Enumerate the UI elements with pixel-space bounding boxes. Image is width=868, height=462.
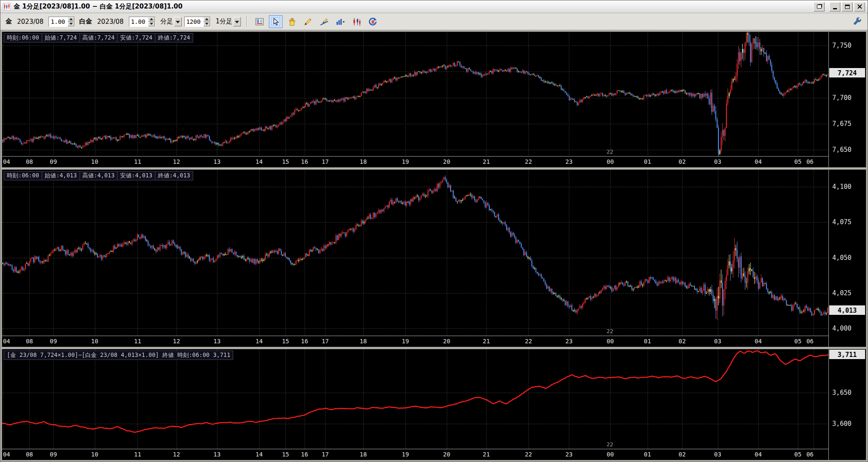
chart-window: 金 1分足[2023/08]1.00 − 白金 1分足[2023/08]1.00… xyxy=(0,0,868,462)
gold-ratio-down-button[interactable] xyxy=(68,22,74,26)
app-icon xyxy=(3,3,11,11)
close-icon xyxy=(857,4,862,9)
bar-count-up-button[interactable] xyxy=(203,17,210,22)
pan-hand-icon xyxy=(287,17,297,26)
bar-style-button[interactable] xyxy=(334,15,347,28)
time-tick-label: 01 xyxy=(644,338,651,345)
time-tick-label: 05 xyxy=(794,338,802,345)
platinum-ratio-down-button[interactable] xyxy=(148,22,155,26)
time-tick-label: 23 xyxy=(565,338,573,345)
price-tick-label: 7,700 xyxy=(832,94,851,102)
settings-wrench-button[interactable] xyxy=(851,15,864,28)
time-tick-label: 08 xyxy=(26,338,33,345)
minimize-button[interactable] xyxy=(829,2,840,11)
time-tick-label: 19 xyxy=(402,158,409,165)
bar-type-combo[interactable]: 分足 xyxy=(158,16,182,27)
toolbar: 金 2023/08 1.00 白金 2023/08 1.00 分足 1200 xyxy=(0,13,868,30)
trendline-icon xyxy=(320,17,329,26)
spread-chart-area: [金 23/08 7,724×1.00]−[白金 23/08 4,013×1.0… xyxy=(2,349,828,449)
trendline-tool-button[interactable] xyxy=(317,15,331,28)
bar-type-dropdown-icon[interactable] xyxy=(174,17,182,26)
chart-info-segment: 高値:4,013 xyxy=(80,171,118,180)
time-tick-label: 13 xyxy=(213,338,220,345)
price-tick-label: 4,100 xyxy=(832,183,851,191)
time-tick-label: 16 xyxy=(301,451,308,458)
time-tick-label: 14 xyxy=(256,451,263,458)
platinum-time-axis[interactable]: 0408091011121314151617181920212223000102… xyxy=(2,336,828,347)
last-price-badge: 3,711 xyxy=(829,350,865,359)
time-tick-label: 11 xyxy=(134,451,141,458)
close-button[interactable] xyxy=(854,2,865,11)
time-tick-label: 00 xyxy=(607,158,614,165)
time-tick-label: 12 xyxy=(173,158,180,165)
chart-layout-icon xyxy=(255,17,264,26)
time-tick-label: 04 xyxy=(3,158,10,165)
time-tick-label: 09 xyxy=(50,338,57,345)
platinum-chart-panel: 時刻:06:00始値:4,013高値:4,013安値:4,013終値:4,013… xyxy=(2,169,866,347)
time-tick-label: 03 xyxy=(714,451,721,458)
gold-chart-canvas[interactable] xyxy=(2,32,828,156)
time-tick-label: 09 xyxy=(50,158,57,165)
time-tick-label: 05 xyxy=(794,158,802,165)
platinum-ratio-value: 1.00 xyxy=(129,17,148,26)
platinum-ratio-spinner[interactable]: 1.00 xyxy=(129,17,155,27)
platinum-label: 白金 xyxy=(79,17,92,26)
price-tick-label: 4,050 xyxy=(832,254,851,262)
gold-month-field[interactable]: 2023/08 xyxy=(14,17,46,27)
spread-chart-canvas[interactable] xyxy=(2,349,828,449)
platinum-chart-canvas[interactable] xyxy=(2,170,828,336)
time-tick-label: 20 xyxy=(443,338,450,345)
time-tick-label: 22 xyxy=(525,158,532,165)
time-tick-label: 04 xyxy=(754,158,762,165)
spread-time-axis[interactable]: 0408091011121314151617181920212223000102… xyxy=(2,449,828,460)
bar-count-down-button[interactable] xyxy=(203,22,210,26)
price-tick-label: 3,600 xyxy=(832,420,851,428)
gold-ratio-spinner[interactable]: 1.00 xyxy=(49,17,75,27)
chart-panels-container: 時刻:06:00始値:7,724高値:7,724安値:7,724終値:7,724… xyxy=(0,30,868,462)
refresh-cr-button[interactable]: R xyxy=(366,15,380,28)
gold-ratio-up-button[interactable] xyxy=(68,17,74,22)
price-tick-label: 7,675 xyxy=(832,120,851,128)
platinum-price-axis[interactable]: 4,1004,0754,0504,0254,0004,013 xyxy=(828,170,866,347)
time-tick-label: 20 xyxy=(443,451,450,458)
window-title: 金 1分足[2023/08]1.00 − 白金 1分足[2023/08]1.00 xyxy=(14,3,811,11)
interval-combo[interactable]: 1分足 xyxy=(213,16,241,27)
select-tool-button[interactable] xyxy=(269,15,283,28)
gold-price-axis[interactable]: 7,7507,7257,7007,6757,6507,724 xyxy=(828,32,866,167)
platinum-info-line: 時刻:06:00始値:4,013高値:4,013安値:4,013終値:4,013 xyxy=(4,171,193,180)
pencil-icon xyxy=(303,17,313,26)
chart-info-segment: 終値:4,013 xyxy=(155,171,193,180)
candle-style-button[interactable] xyxy=(350,15,363,28)
spread-price-axis[interactable]: 3,6503,6003,711 xyxy=(828,349,866,460)
time-tick-label: 19 xyxy=(402,338,409,345)
pencil-tool-button[interactable] xyxy=(301,15,315,28)
chart-layout-button[interactable] xyxy=(253,15,266,28)
time-tick-label: 01 xyxy=(644,158,651,165)
chart-info-segment: 始値:7,724 xyxy=(42,33,80,43)
price-tick-label: 3,650 xyxy=(832,389,851,396)
time-tick-label: 08 xyxy=(26,451,33,458)
time-tick-label: 14 xyxy=(256,338,263,345)
title-bar[interactable]: 金 1分足[2023/08]1.00 − 白金 1分足[2023/08]1.00 xyxy=(0,0,868,13)
platinum-chart-area: 時刻:06:00始値:4,013高値:4,013安値:4,013終値:4,013 xyxy=(2,170,828,336)
bar-count-spinner[interactable]: 1200 xyxy=(184,17,211,27)
time-tick-label: 08 xyxy=(26,158,33,165)
chart-info-segment: [金 23/08 7,724×1.00]−[白金 23/08 4,013×1.0… xyxy=(4,351,233,360)
platinum-ratio-up-button[interactable] xyxy=(148,17,155,22)
last-price-badge: 7,724 xyxy=(829,68,865,77)
toolbar-separator xyxy=(246,16,247,27)
gold-time-axis[interactable]: 0408091011121314151617181920212223000102… xyxy=(2,156,828,167)
interval-dropdown-icon[interactable] xyxy=(233,17,241,26)
time-tick-label: 15 xyxy=(282,338,289,345)
time-tick-label: 15 xyxy=(282,158,289,165)
spread-chart-panel: [金 23/08 7,724×1.00]−[白金 23/08 4,013×1.0… xyxy=(2,349,866,460)
platinum-month-field[interactable]: 2023/08 xyxy=(94,17,126,27)
gold-info-line: 時刻:06:00始値:7,724高値:7,724安値:7,724終値:7,724 xyxy=(4,33,193,43)
float-window-button[interactable] xyxy=(814,2,825,11)
refresh-cr-icon: R xyxy=(368,17,377,26)
pan-hand-button[interactable] xyxy=(285,15,299,28)
time-tick-label: 09 xyxy=(50,451,57,458)
maximize-button[interactable] xyxy=(842,2,853,11)
time-tick-label: 18 xyxy=(360,338,367,345)
time-tick-label: 10 xyxy=(91,338,98,345)
